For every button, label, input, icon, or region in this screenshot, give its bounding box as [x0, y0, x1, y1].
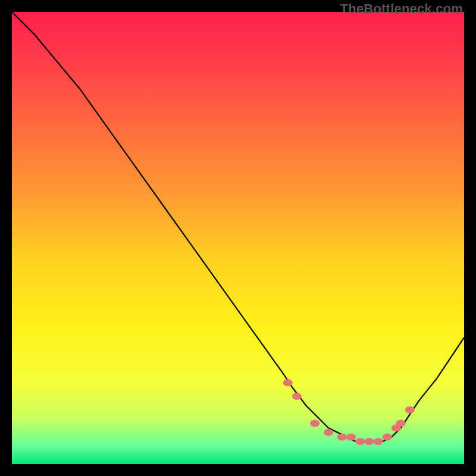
marker-point — [310, 420, 320, 427]
marker-point — [396, 420, 406, 427]
marker-point — [383, 433, 392, 440]
gradient-background — [12, 12, 464, 464]
watermark-text: TheBottleneck.com — [340, 1, 463, 17]
marker-point — [355, 438, 365, 445]
chart-frame — [12, 12, 464, 464]
marker-point — [324, 429, 333, 436]
marker-point — [283, 379, 293, 386]
marker-point — [364, 438, 374, 445]
bottleneck-chart — [12, 12, 464, 464]
marker-point — [337, 433, 347, 440]
marker-point — [374, 438, 383, 445]
marker-point — [292, 393, 302, 400]
marker-point — [346, 433, 356, 440]
marker-point — [405, 406, 415, 414]
